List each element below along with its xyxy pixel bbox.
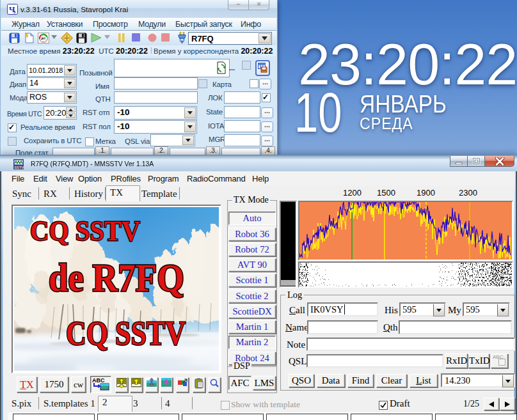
svg-text:SSTV: SSTV bbox=[14, 166, 24, 169]
svg-text:CQ SSTV: CQ SSTV bbox=[30, 215, 141, 246]
svg-text:CQ SSTV: CQ SSTV bbox=[66, 315, 186, 352]
svg-text:ABC: ABC bbox=[92, 377, 105, 384]
svg-text:de R7FQ: de R7FQ bbox=[49, 256, 184, 299]
